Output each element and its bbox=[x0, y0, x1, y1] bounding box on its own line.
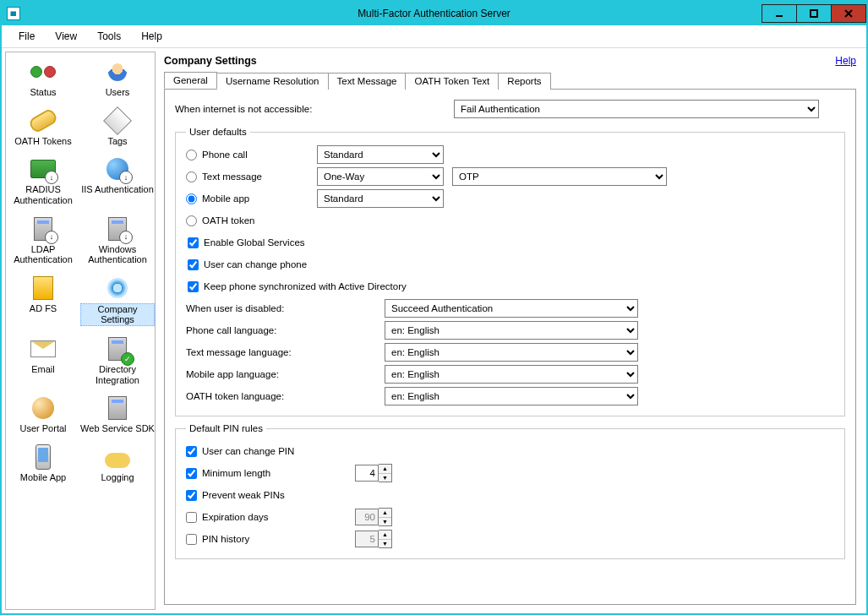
mobile-lang-select[interactable]: en: English bbox=[385, 365, 638, 384]
sidebar-item-oath-tokens[interactable]: OATH Tokens bbox=[6, 105, 80, 154]
radio-text-message[interactable]: Text message bbox=[186, 171, 308, 182]
menu-help[interactable]: Help bbox=[133, 28, 171, 45]
help-link[interactable]: Help bbox=[835, 55, 856, 67]
tab-reports[interactable]: Reports bbox=[498, 73, 550, 90]
menu-tools[interactable]: Tools bbox=[89, 28, 129, 45]
text-message-mode-select[interactable]: One-Way bbox=[317, 167, 444, 186]
mobile-app-icon bbox=[30, 444, 57, 471]
spin-up-icon[interactable]: ▲ bbox=[379, 509, 391, 518]
text-lang-select[interactable]: en: English bbox=[385, 343, 638, 362]
radius-icon: ↓ bbox=[30, 155, 57, 182]
radio-phone-call-input[interactable] bbox=[186, 150, 197, 161]
pin-rules-legend: Default PIN rules bbox=[186, 423, 266, 433]
sidebar-label: Logging bbox=[80, 472, 155, 483]
internet-label: When internet is not accessible: bbox=[175, 104, 445, 114]
check-prevent-weak-label: Prevent weak PINs bbox=[202, 490, 285, 500]
internet-select[interactable]: Fail Authentication bbox=[454, 100, 819, 118]
sidebar-label: Mobile App bbox=[6, 472, 80, 483]
tab-text-message[interactable]: Text Message bbox=[328, 73, 407, 90]
check-change-phone-input[interactable] bbox=[188, 259, 199, 270]
expiration-value[interactable] bbox=[355, 509, 379, 525]
check-keep-sync-input[interactable] bbox=[188, 281, 199, 292]
users-icon bbox=[104, 58, 131, 85]
expiration-spinner[interactable]: ▲▼ bbox=[355, 508, 392, 526]
check-change-phone[interactable]: User can change phone bbox=[188, 259, 307, 270]
sidebar-label: Email bbox=[6, 364, 80, 375]
sidebar-label: IIS Authentication bbox=[80, 184, 155, 195]
check-keep-sync[interactable]: Keep phone synchronized with Active Dire… bbox=[188, 281, 407, 292]
sidebar-item-users[interactable]: Users bbox=[80, 56, 155, 105]
tab-general[interactable]: General bbox=[164, 72, 217, 89]
radio-mobile-app[interactable]: Mobile app bbox=[186, 193, 308, 204]
sidebar-label: User Portal bbox=[6, 423, 80, 434]
radio-oath-token[interactable]: OATH token bbox=[186, 215, 308, 226]
menu-file[interactable]: File bbox=[10, 28, 43, 45]
radio-mobile-app-input[interactable] bbox=[186, 193, 197, 204]
pin-rules-fieldset: Default PIN rules User can change PIN Mi… bbox=[175, 423, 845, 559]
tab-username-resolution[interactable]: Username Resolution bbox=[216, 73, 329, 90]
min-length-spinner[interactable]: ▲▼ bbox=[355, 464, 392, 482]
menu-view[interactable]: View bbox=[46, 28, 85, 45]
sidebar-item-ldap-auth[interactable]: ↓ LDAP Authentication bbox=[6, 213, 80, 272]
main-area: Company Settings Help General Username R… bbox=[156, 52, 863, 610]
radio-phone-call[interactable]: Phone call bbox=[186, 150, 308, 161]
spin-down-icon[interactable]: ▼ bbox=[379, 540, 391, 548]
mobile-app-mode-select[interactable]: Standard bbox=[317, 189, 444, 208]
check-enable-global-input[interactable] bbox=[188, 237, 199, 248]
sidebar-label: OATH Tokens bbox=[6, 136, 80, 147]
sidebar-item-mobile-app[interactable]: Mobile App bbox=[6, 441, 80, 490]
sidebar-item-company-settings[interactable]: Company Settings bbox=[80, 272, 155, 333]
tab-oath-token-text[interactable]: OATH Token Text bbox=[405, 73, 499, 90]
sidebar-label: Status bbox=[6, 87, 80, 98]
page-title: Company Settings bbox=[164, 55, 257, 67]
iis-icon: ↓ bbox=[104, 155, 131, 182]
pin-history-spinner[interactable]: ▲▼ bbox=[355, 530, 392, 548]
sidebar-item-tags[interactable]: Tags bbox=[80, 105, 155, 154]
spin-down-icon[interactable]: ▼ bbox=[379, 474, 391, 482]
radio-oath-token-input[interactable] bbox=[186, 215, 197, 226]
phone-call-mode-select[interactable]: Standard bbox=[317, 145, 444, 164]
check-change-pin[interactable]: User can change PIN bbox=[186, 446, 294, 457]
sidebar-item-user-portal[interactable]: User Portal bbox=[6, 392, 80, 441]
check-expiration-input[interactable] bbox=[186, 512, 197, 523]
text-lang-label: Text message language: bbox=[186, 347, 376, 357]
text-message-type-select[interactable]: OTP bbox=[452, 167, 667, 186]
radio-text-message-input[interactable] bbox=[186, 171, 197, 182]
sidebar-item-email[interactable]: Email bbox=[6, 333, 80, 392]
check-pin-history-input[interactable] bbox=[186, 534, 197, 545]
user-defaults-fieldset: User defaults Phone call Standard Text m… bbox=[175, 127, 845, 416]
disabled-select[interactable]: Succeed Authentication bbox=[385, 299, 638, 318]
min-length-value[interactable] bbox=[355, 465, 379, 482]
phone-lang-select[interactable]: en: English bbox=[385, 321, 638, 340]
sidebar-item-logging[interactable]: Logging bbox=[80, 441, 155, 490]
row-internet-fail: When internet is not accessible: Fail Au… bbox=[175, 98, 845, 120]
check-enable-global[interactable]: Enable Global Services bbox=[188, 237, 305, 248]
check-min-length[interactable]: Minimum length bbox=[186, 468, 347, 479]
user-portal-icon bbox=[30, 395, 57, 422]
sidebar-item-windows-auth[interactable]: ↓ Windows Authentication bbox=[80, 213, 155, 272]
check-enable-global-label: Enable Global Services bbox=[204, 237, 305, 248]
sidebar-label: LDAP Authentication bbox=[6, 244, 80, 265]
spin-up-icon[interactable]: ▲ bbox=[379, 531, 391, 540]
oath-lang-select[interactable]: en: English bbox=[385, 387, 638, 405]
check-pin-history[interactable]: PIN history bbox=[186, 534, 347, 545]
check-expiration[interactable]: Expiration days bbox=[186, 512, 347, 523]
sidebar-item-adfs[interactable]: AD FS bbox=[6, 272, 80, 333]
spin-down-icon[interactable]: ▼ bbox=[379, 518, 391, 526]
check-prevent-weak-input[interactable] bbox=[186, 490, 197, 501]
sidebar-item-radius-auth[interactable]: ↓ RADIUS Authentication bbox=[6, 153, 80, 212]
pin-history-value[interactable] bbox=[355, 531, 379, 547]
sidebar: Status Users OATH Tokens Tags ↓ RADIUS A… bbox=[5, 52, 156, 610]
sidebar-item-status[interactable]: Status bbox=[6, 56, 80, 105]
check-min-length-input[interactable] bbox=[186, 468, 197, 479]
main-header: Company Settings Help bbox=[164, 52, 856, 72]
sidebar-item-iis-auth[interactable]: ↓ IIS Authentication bbox=[80, 153, 155, 212]
sidebar-item-web-service-sdk[interactable]: Web Service SDK bbox=[80, 392, 155, 441]
sidebar-label: Tags bbox=[80, 136, 155, 147]
check-change-pin-input[interactable] bbox=[186, 446, 197, 457]
check-prevent-weak[interactable]: Prevent weak PINs bbox=[186, 490, 285, 501]
sdk-icon bbox=[104, 395, 131, 422]
sidebar-item-directory-integration[interactable]: ✓ Directory Integration bbox=[80, 333, 155, 392]
spin-up-icon[interactable]: ▲ bbox=[379, 465, 391, 474]
email-icon bbox=[30, 335, 57, 362]
